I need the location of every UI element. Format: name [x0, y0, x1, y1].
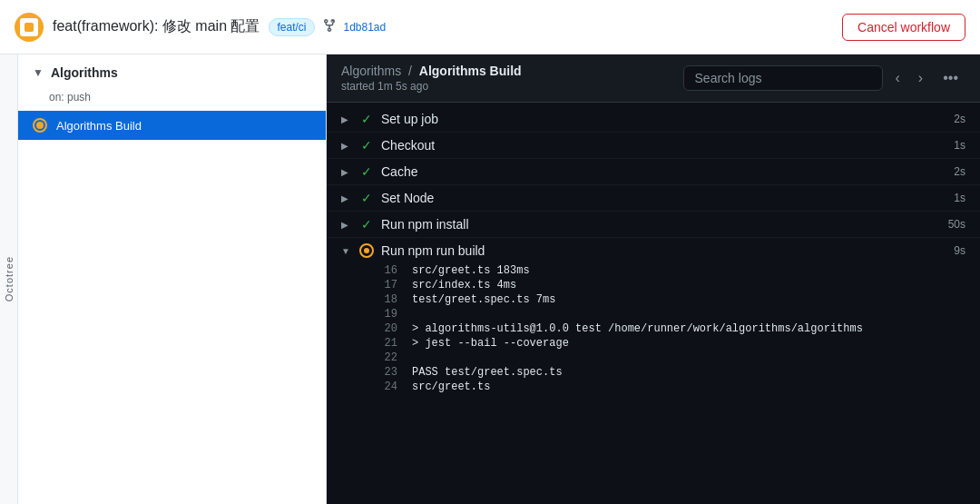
log-line-content: PASS test/greet.spec.ts [412, 366, 965, 379]
step-duration: 2s [954, 165, 965, 178]
step-running-dot [364, 248, 369, 253]
sidebar-item-algorithms-build[interactable]: Algorithms Build [18, 111, 326, 140]
job-name: Algorithms Build [56, 119, 142, 133]
header-left: feat(framework): 修改 main 配置 feat/ci 1db8… [15, 13, 386, 42]
step-success-icon: ✓ [359, 138, 374, 153]
step-expand-icon: ▶ [341, 193, 352, 203]
log-line: 22 [327, 351, 980, 365]
step-success-icon: ✓ [359, 112, 374, 126]
log-line-number: 19 [368, 308, 397, 321]
org-icon-inner [20, 18, 38, 36]
log-line-number: 17 [368, 279, 397, 292]
step-name: Run npm install [381, 217, 941, 232]
breadcrumb-separator: / [408, 64, 412, 78]
logs-controls: ‹ › ••• [683, 65, 965, 91]
step-duration: 9s [954, 244, 965, 257]
step-name: Set up job [381, 112, 946, 126]
job-running-dot [36, 122, 44, 129]
log-line-content: src/index.ts 4ms [412, 279, 965, 292]
cancel-workflow-button[interactable]: Cancel workflow [842, 14, 965, 41]
log-line-number: 18 [368, 293, 397, 306]
logs-title: Algorithms / Algorithms Build started 1m… [341, 64, 522, 93]
step-success-icon: ✓ [359, 164, 374, 179]
org-icon [15, 13, 44, 42]
logs-header: Algorithms / Algorithms Build started 1m… [327, 54, 980, 103]
step-expanded-header[interactable]: ▼ Run npm run build 9s [327, 238, 980, 263]
nav-next-button[interactable]: › [913, 66, 928, 90]
step-item[interactable]: ▶ ✓ Set Node 1s [327, 185, 980, 212]
log-line-content: > algorithms-utils@1.0.0 test /home/runn… [412, 322, 965, 335]
top-header: feat(framework): 修改 main 配置 feat/ci 1db8… [0, 0, 980, 54]
logs-started: started 1m 5s ago [341, 80, 522, 93]
commit-hash[interactable]: 1db81ad [344, 21, 387, 34]
step-name: Cache [381, 164, 946, 179]
log-line-number: 22 [368, 351, 397, 364]
chevron-down-icon: ▼ [33, 66, 44, 79]
log-line-number: 21 [368, 337, 397, 350]
step-duration: 1s [954, 139, 965, 152]
log-line: 18 test/greet.spec.ts 7ms [327, 292, 980, 307]
step-name: Run npm run build [381, 243, 946, 258]
log-line: 19 [327, 307, 980, 321]
right-panel: Algorithms / Algorithms Build started 1m… [327, 54, 980, 504]
more-options-button[interactable]: ••• [936, 66, 965, 90]
octotree-label: Octotree [4, 256, 15, 301]
step-name: Set Node [381, 191, 946, 205]
log-line-content: test/greet.spec.ts 7ms [412, 293, 965, 306]
log-line-content: src/greet.ts [412, 380, 965, 393]
search-logs-input[interactable] [683, 65, 883, 91]
step-item[interactable]: ▶ ✓ Cache 2s [327, 159, 980, 185]
log-line-number: 24 [368, 380, 397, 393]
step-expand-icon: ▶ [341, 141, 352, 151]
log-line: 17 src/index.ts 4ms [327, 278, 980, 292]
main-layout: Octotree ▼ Algorithms on: push Algorithm… [0, 54, 980, 504]
step-expand-icon: ▶ [341, 167, 352, 177]
log-line-content: src/greet.ts 183ms [412, 264, 965, 277]
step-item[interactable]: ▶ ✓ Run npm install 50s [327, 212, 980, 238]
step-duration: 50s [948, 218, 965, 231]
log-line: 21 > jest --bail --coverage [327, 336, 980, 351]
step-item[interactable]: ▶ ✓ Set up job 2s [327, 106, 980, 133]
breadcrumb-parent: Algorithms [341, 64, 401, 78]
header-tags: feat/ci 1db81ad [269, 18, 386, 36]
log-lines: 16 src/greet.ts 183ms 17 src/index.ts 4m… [327, 263, 980, 394]
branch-tag[interactable]: feat/ci [269, 18, 314, 36]
step-success-icon: ✓ [359, 217, 374, 232]
steps-list: ▶ ✓ Set up job 2s ▶ ✓ Checkout 1s ▶ ✓ Ca… [327, 103, 980, 504]
step-duration: 2s [954, 113, 965, 125]
step-expand-icon: ▶ [341, 114, 352, 124]
log-line-number: 23 [368, 366, 397, 379]
left-sidebar: ▼ Algorithms on: push Algorithms Build [18, 54, 327, 504]
step-duration: 1s [954, 192, 965, 204]
sidebar-section-header[interactable]: ▼ Algorithms [18, 54, 326, 91]
log-line: 16 src/greet.ts 183ms [327, 263, 980, 278]
nav-prev-button[interactable]: ‹ [890, 66, 906, 90]
log-line: 23 PASS test/greet.spec.ts [327, 365, 980, 380]
step-name: Checkout [381, 138, 946, 153]
log-line-content: > jest --bail --coverage [412, 337, 965, 350]
octotree-tab[interactable]: Octotree [0, 54, 18, 504]
step-expanded: ▼ Run npm run build 9s 16 src/greet.ts 1… [327, 238, 980, 394]
step-expand-icon: ▶ [341, 220, 352, 230]
step-running-icon [359, 243, 374, 258]
breadcrumb: Algorithms / Algorithms Build [341, 64, 522, 78]
log-line: 20 > algorithms-utils@1.0.0 test /home/r… [327, 321, 980, 336]
log-line-number: 20 [368, 322, 397, 335]
chevron-down-icon: ▼ [341, 246, 352, 256]
repo-icon [322, 18, 337, 35]
breadcrumb-current: Algorithms Build [419, 64, 522, 78]
step-success-icon: ✓ [359, 191, 374, 205]
job-status-running-icon [33, 118, 47, 133]
sidebar-section-title: Algorithms [51, 65, 118, 80]
page-title: feat(framework): 修改 main 配置 [53, 17, 260, 36]
log-line-number: 16 [368, 264, 397, 277]
log-line: 24 src/greet.ts [327, 380, 980, 394]
sidebar-section-sub: on: push [18, 91, 326, 111]
step-item[interactable]: ▶ ✓ Checkout 1s [327, 133, 980, 159]
